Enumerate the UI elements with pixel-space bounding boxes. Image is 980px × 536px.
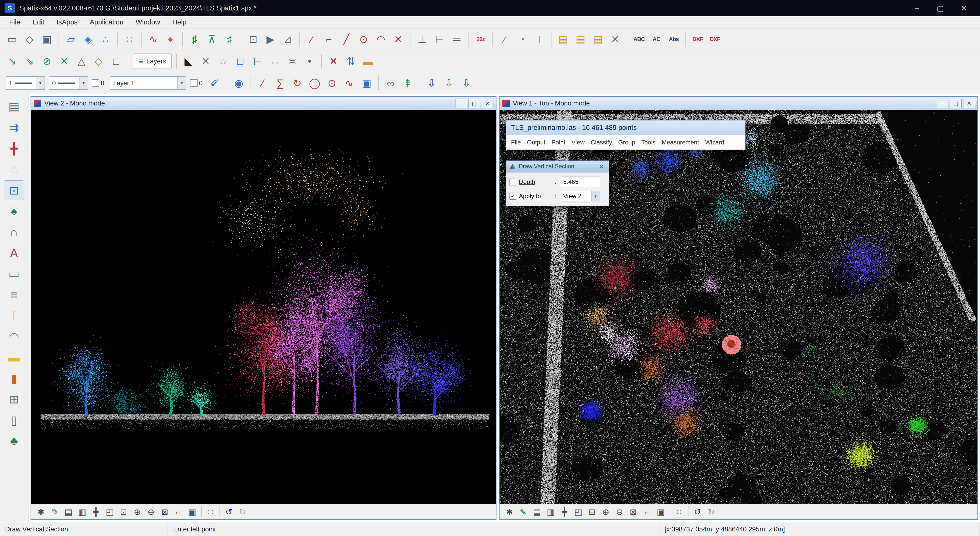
window-rect-icon[interactable]: ⌐ [640, 505, 654, 518]
text-abc-icon[interactable]: ABC [631, 31, 647, 47]
view-minimize-icon[interactable]: – [937, 99, 948, 108]
select-region-icon[interactable]: ▣ [39, 31, 55, 47]
dialog-close-icon[interactable]: ✕ [597, 163, 606, 171]
menu-window[interactable]: Window [130, 16, 166, 28]
scan-plane-icon[interactable]: ◈ [80, 31, 96, 47]
z-20-icon[interactable]: 20z [473, 31, 489, 47]
pick-point-icon[interactable]: ⌖ [162, 31, 179, 47]
las-file-panel[interactable]: TLS_preliminarno.las - 16 461 489 points… [506, 120, 746, 150]
dxf-import-icon[interactable]: DXF [689, 31, 706, 47]
color-checkbox[interactable] [92, 79, 99, 87]
dialog-titlebar[interactable]: Draw Vertical Section ✕ [506, 161, 609, 172]
zoom-box-icon[interactable]: ⊡ [117, 505, 130, 518]
view-restore-icon[interactable]: ▢ [950, 99, 962, 108]
dim-offset-icon[interactable]: ⊢ [250, 53, 266, 69]
depth-checkbox[interactable] [509, 179, 516, 185]
ruler-icon[interactable]: ∕ [496, 31, 513, 47]
menu-point[interactable]: Point [549, 135, 568, 150]
cross-measure-icon[interactable]: ✕ [56, 53, 72, 69]
undo-icon[interactable]: ↺ [691, 505, 704, 518]
pick-arrow-icon[interactable]: ↘ [4, 53, 21, 69]
draw-polyline-icon[interactable]: ⌐ [321, 31, 337, 47]
select-window-icon[interactable]: ▭ [4, 31, 21, 47]
fence-grid-2-icon[interactable]: ♯ [221, 31, 237, 47]
draw-arc-icon[interactable]: ◠ [373, 31, 389, 47]
section-levels-icon[interactable]: ▤ [4, 97, 24, 116]
view2-point-cloud[interactable] [31, 110, 496, 504]
brush-icon[interactable]: ▬ [360, 53, 376, 69]
zoom-in-icon[interactable]: ⊕ [130, 505, 144, 518]
undo-icon[interactable]: ↺ [222, 505, 235, 518]
close-file-icon[interactable]: ✕ [607, 31, 623, 47]
view1-titlebar[interactable]: View 1 - Top - Mono mode – ▢ ✕ [500, 97, 977, 110]
menu-tools[interactable]: Tools [638, 135, 659, 150]
zoom-box-icon[interactable]: ⊡ [585, 505, 598, 518]
close-icon[interactable]: ✕ [952, 0, 975, 16]
folder-import-icon[interactable]: ▤ [573, 31, 589, 47]
select-polygon-icon[interactable]: ◇ [21, 31, 38, 47]
export-group-icon[interactable]: ⇩ [441, 75, 457, 91]
folder-export-icon[interactable]: ▤ [590, 31, 606, 47]
plumb-icon[interactable]: ⊺ [531, 31, 547, 47]
vehicle-icon[interactable]: ▱ [63, 31, 79, 47]
cursor-icon[interactable]: ▶ [262, 31, 278, 47]
view-minimize-icon[interactable]: – [455, 99, 467, 108]
draw-vertical-section-dialog[interactable]: Draw Vertical Section ✕ Depth : 5.465 [506, 161, 609, 206]
bridge-icon[interactable]: ∩ [4, 222, 24, 242]
dashed-circle-icon[interactable]: ◌ [4, 160, 24, 179]
point-dot-icon[interactable]: • [301, 53, 318, 69]
draw-wave-icon[interactable]: ∿ [341, 75, 358, 91]
bike-icon[interactable]: ∞ [382, 75, 399, 91]
draw-segment-icon[interactable]: ╱ [338, 31, 355, 47]
grid-table-icon[interactable]: ⊞ [4, 389, 24, 409]
menu-help[interactable]: Help [166, 16, 193, 28]
layout-view-icon[interactable]: ▥ [76, 505, 89, 518]
menu-wizard[interactable]: Wizard [702, 135, 727, 150]
panel-icon[interactable]: ▯ [4, 410, 24, 430]
view2-viewport[interactable] [31, 110, 496, 504]
erase-icon[interactable]: ✕ [390, 31, 406, 47]
apply-to-checkbox[interactable]: ✓ [509, 193, 516, 200]
menu-file[interactable]: File [508, 135, 524, 150]
grid-points-icon[interactable]: ∷ [121, 31, 137, 47]
point-density-icon[interactable]: ∷ [204, 505, 217, 518]
dxf-export-icon[interactable]: DXF [707, 31, 723, 47]
fence-grid-icon[interactable]: ♯ [186, 31, 203, 47]
point-density-icon[interactable]: ∷ [673, 505, 686, 518]
view2-titlebar[interactable]: View 2 - Mono mode – ▢ ✕ [31, 97, 496, 110]
window-rect-icon[interactable]: ⌐ [172, 505, 185, 518]
forbid-icon[interactable]: ⊘ [39, 53, 55, 69]
multiply-icon[interactable]: ✕ [197, 53, 214, 69]
copy-view-icon[interactable]: ▤ [530, 505, 544, 518]
zoom-select-icon[interactable]: ◰ [571, 505, 585, 518]
draw-circle-2-icon[interactable]: ◯ [307, 75, 323, 91]
apply-to-select[interactable]: View 2 ▼ [561, 191, 600, 201]
zoom-out-icon[interactable]: ⊖ [613, 505, 626, 518]
line-thickness-select[interactable]: 1 ▼ [6, 77, 45, 90]
spline-icon[interactable]: ∿ [145, 31, 161, 47]
zoom-extents-icon[interactable]: ⊠ [158, 505, 171, 518]
frame-view-icon[interactable]: ▣ [186, 505, 199, 518]
view-restore-icon[interactable]: ▢ [468, 99, 480, 108]
signal-icon[interactable]: ⊺ [4, 306, 24, 325]
zoom-extents-icon[interactable]: ⊠ [627, 505, 640, 518]
view-close-icon[interactable]: ✕ [963, 99, 975, 108]
view1-viewport[interactable]: TLS_preliminarno.las - 16 461 489 points… [500, 110, 977, 504]
marker-icon[interactable]: ▬ [4, 348, 24, 367]
menu-classify[interactable]: Classify [588, 135, 615, 150]
edit-layer-icon[interactable]: ✐ [207, 75, 223, 91]
layer-lock-checkbox[interactable] [190, 79, 197, 87]
cube-icon[interactable]: □ [108, 53, 124, 69]
point-box-icon[interactable]: ⊡ [4, 180, 24, 200]
copy-view-icon[interactable]: ▤ [62, 505, 75, 518]
menu-edit[interactable]: Edit [27, 16, 51, 28]
export-points-icon[interactable]: ⇩ [424, 75, 440, 91]
tree-section-icon[interactable]: ♠ [4, 201, 24, 221]
redo-icon[interactable]: ↻ [236, 505, 249, 518]
text-ac-icon[interactable]: AC [648, 31, 665, 47]
cut-red-icon[interactable]: ✕ [325, 53, 342, 69]
snap-angle-icon[interactable]: ⊿ [280, 31, 296, 47]
draw-spiral-icon[interactable]: ↻ [289, 75, 305, 91]
parallel-icon[interactable]: ═ [449, 31, 465, 47]
pan-icon[interactable]: ╋ [558, 505, 571, 518]
